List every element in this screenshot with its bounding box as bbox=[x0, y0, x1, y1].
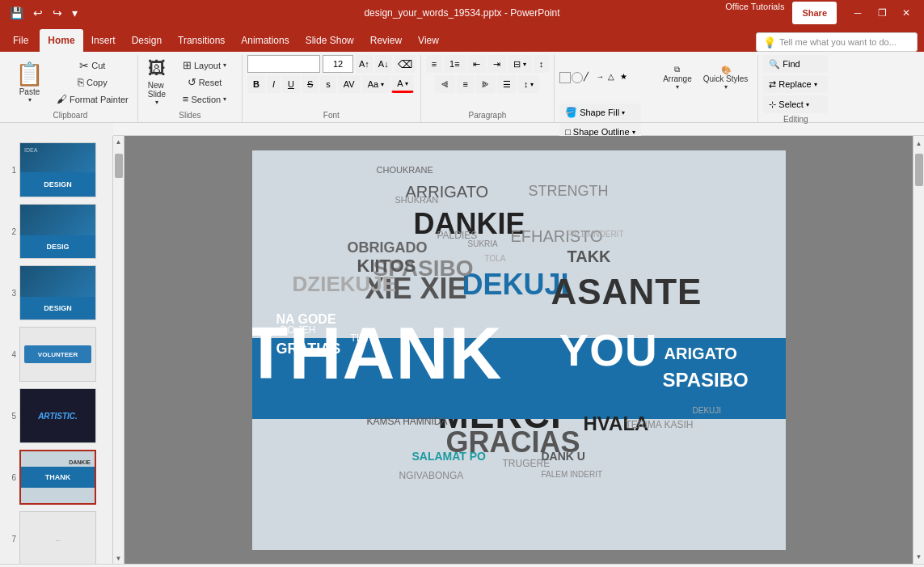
scroll-thumb[interactable] bbox=[115, 154, 123, 178]
share-button[interactable]: Share bbox=[792, 2, 837, 24]
scroll-down-btn[interactable]: ▼ bbox=[913, 551, 925, 562]
star-shape-icon[interactable]: ★ bbox=[620, 72, 631, 83]
triangle-shape-icon[interactable]: △ bbox=[608, 72, 619, 83]
clear-format-button[interactable]: ⌫ bbox=[394, 55, 416, 73]
quick-styles-button[interactable]: 🎨 Quick Styles ▾ bbox=[698, 55, 753, 100]
slide-number-2: 2 bbox=[5, 227, 16, 236]
lightbulb-icon: 💡 bbox=[763, 36, 776, 49]
tab-design[interactable]: Design bbox=[124, 29, 170, 52]
decrease-indent-button[interactable]: ⇤ bbox=[467, 55, 486, 73]
character-spacing-button[interactable]: AV bbox=[338, 75, 361, 93]
arrange-button[interactable]: ⧉ Arrange ▾ bbox=[658, 55, 697, 100]
save-icon[interactable]: 💾 bbox=[6, 5, 27, 21]
reset-button[interactable]: ↺ Reset bbox=[172, 74, 237, 91]
text-direction-button[interactable]: ↕ bbox=[534, 55, 550, 73]
v-scroll-thumb[interactable] bbox=[915, 154, 923, 186]
paste-button[interactable]: 📋 Paste ▾ bbox=[8, 60, 51, 105]
underline-label: U bbox=[288, 79, 294, 89]
tab-transitions[interactable]: Transitions bbox=[170, 29, 233, 52]
slide-number-7: 7 bbox=[5, 535, 16, 544]
increase-font-button[interactable]: A↑ bbox=[356, 55, 373, 73]
word-cloud-word: SUKRIA bbox=[468, 239, 498, 248]
close-button[interactable]: ✕ bbox=[895, 2, 918, 24]
cut-button[interactable]: ✂ Cut bbox=[53, 57, 133, 74]
align-center-button[interactable]: ≡ bbox=[457, 75, 473, 93]
tell-me-input[interactable]: 💡 Tell me what you want to do... bbox=[756, 32, 918, 52]
font-name-input[interactable] bbox=[247, 55, 320, 73]
slide-item-5[interactable]: 5 ARTISTIC. bbox=[0, 385, 112, 446]
customize-qat-icon[interactable]: ▾ bbox=[69, 5, 81, 21]
text-shadow-button[interactable]: s bbox=[320, 75, 336, 93]
scroll-up-btn[interactable]: ▲ bbox=[913, 138, 925, 149]
section-button[interactable]: ≡ Section ▾ bbox=[172, 91, 237, 108]
select-button[interactable]: ⊹ Select ▾ bbox=[763, 95, 828, 113]
arrow-shape-icon[interactable]: → bbox=[596, 72, 607, 83]
change-case-button[interactable]: Aa ▾ bbox=[362, 75, 390, 93]
word-cloud-word: ASANTE bbox=[551, 272, 702, 312]
layout-button[interactable]: ⊞ Layout ▾ bbox=[172, 57, 237, 74]
bold-button[interactable]: B bbox=[247, 75, 265, 93]
slide-number-1: 1 bbox=[5, 166, 16, 175]
slide-number-3: 3 bbox=[5, 289, 16, 298]
slide-panel-scrollbar[interactable]: ▲ ▼ bbox=[113, 136, 124, 564]
tab-file[interactable]: File bbox=[3, 29, 38, 52]
tab-review[interactable]: Review bbox=[362, 29, 410, 52]
office-tutorials-link[interactable]: Office Tutorials bbox=[725, 2, 784, 24]
format-painter-button[interactable]: 🖌 Format Painter bbox=[53, 91, 133, 108]
tab-home[interactable]: Home bbox=[40, 29, 82, 52]
word-cloud-word: STRENGTH bbox=[529, 183, 609, 200]
new-slide-icon: 🖼 bbox=[148, 58, 166, 79]
minimize-button[interactable]: ─ bbox=[846, 2, 869, 24]
scroll-up-button[interactable]: ▲ bbox=[113, 136, 124, 147]
line-shape-icon[interactable]: ╱ bbox=[584, 72, 595, 83]
slide-item-4[interactable]: 4 VOLUNTEER bbox=[0, 324, 112, 385]
slide-item-2[interactable]: 2 DESIG bbox=[0, 201, 112, 262]
slides-group-label: Slides bbox=[143, 109, 237, 122]
slide-item-1[interactable]: 1 DESIGN IDEA bbox=[0, 139, 112, 201]
slide-item-7[interactable]: 7 ... bbox=[0, 508, 112, 564]
undo-icon[interactable]: ↩ bbox=[30, 5, 46, 21]
tab-slideshow[interactable]: Slide Show bbox=[297, 29, 362, 52]
shape-icon[interactable] bbox=[559, 72, 571, 83]
word-cloud-word: KIITOS bbox=[357, 256, 416, 277]
replace-button[interactable]: ⇄ Replace ▾ bbox=[763, 75, 828, 93]
tab-animations[interactable]: Animations bbox=[233, 29, 297, 52]
increase-indent-button[interactable]: ⇥ bbox=[487, 55, 506, 73]
align-right-button[interactable]: ⫸ bbox=[475, 75, 496, 93]
new-slide-caret: ▾ bbox=[155, 99, 158, 106]
ribbon-group-paragraph: ≡ 1≡ ⇤ ⇥ ⊟▾ ↕ ⫷ ≡ ⫸ ☰ ↕▾ Paragraph bbox=[421, 55, 555, 122]
replace-icon: ⇄ bbox=[769, 79, 776, 90]
word-cloud-word: SPASIBO bbox=[663, 369, 749, 391]
copy-button[interactable]: ⎘ Copy bbox=[53, 74, 133, 91]
new-slide-button[interactable]: 🖼 NewSlide ▾ bbox=[143, 60, 171, 105]
add-remove-columns-button[interactable]: ⊟▾ bbox=[508, 55, 532, 73]
shape-fill-button[interactable]: 🪣 Shape Fill ▾ bbox=[559, 104, 641, 121]
oval-shape-icon[interactable] bbox=[572, 72, 583, 83]
redo-icon[interactable]: ↪ bbox=[49, 5, 65, 21]
align-left-button[interactable]: ⫷ bbox=[435, 75, 455, 93]
slide-canvas[interactable]: THANKYOUDANKIEDEKUJIASANTEMERCIGRAZIEGRA… bbox=[252, 150, 786, 550]
tab-view[interactable]: View bbox=[410, 29, 447, 52]
italic-button[interactable]: I bbox=[267, 75, 281, 93]
decrease-font-button[interactable]: A↓ bbox=[375, 55, 392, 73]
vertical-scrollbar[interactable]: ▲ ▼ bbox=[913, 136, 924, 564]
copy-icon: ⎘ bbox=[78, 76, 84, 88]
justify-button[interactable]: ☰ bbox=[497, 75, 517, 93]
shape-fill-label: Shape Fill bbox=[580, 108, 619, 117]
line-spacing-button[interactable]: ↕▾ bbox=[518, 75, 540, 93]
slide-item-6[interactable]: 6 THANK DANKIE MERCI bbox=[0, 446, 112, 508]
underline-button[interactable]: U bbox=[282, 75, 300, 93]
strikethrough-button[interactable]: S bbox=[302, 75, 319, 93]
slide-item-3[interactable]: 3 DESIGN bbox=[0, 262, 112, 324]
ribbon-group-font: A↑ A↓ ⌫ B I U S s AV Aa ▾ A ▾ Font bbox=[243, 55, 421, 122]
find-button[interactable]: 🔍 Find bbox=[763, 55, 828, 73]
font-size-input[interactable] bbox=[323, 55, 353, 73]
scroll-down-button[interactable]: ▼ bbox=[113, 552, 124, 564]
slide-thumbnail-7: ... bbox=[19, 511, 96, 564]
restore-button[interactable]: ❐ bbox=[871, 2, 893, 24]
bullets-button[interactable]: ≡ bbox=[426, 55, 442, 73]
font-color-button[interactable]: A ▾ bbox=[391, 75, 414, 93]
tab-insert[interactable]: Insert bbox=[83, 29, 124, 52]
numbering-button[interactable]: 1≡ bbox=[444, 55, 466, 73]
select-label: Select bbox=[778, 99, 804, 109]
